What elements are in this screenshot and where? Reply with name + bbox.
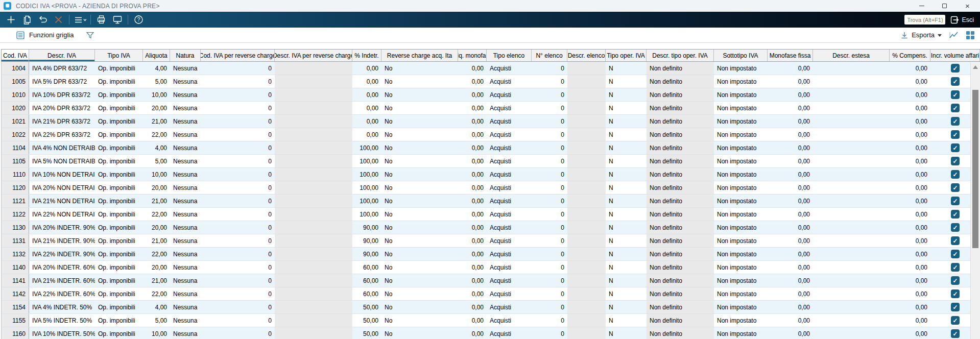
cell-descr-tipo-oper-iva[interactable]: Non definito (647, 141, 714, 154)
cell-cod-iva-reverse-charge[interactable]: 0 (201, 248, 275, 260)
cell-descr-iva-reverse-charge[interactable] (275, 327, 352, 339)
cell-perc-indetr[interactable]: 90,00 (352, 248, 381, 260)
incr-volume-affari-checkbox[interactable]: ✓ (951, 104, 960, 112)
cell-descr-iva[interactable]: IVA 22% DPR 633/72 (29, 128, 95, 141)
cell-aliquota[interactable]: 21,00 (143, 115, 170, 128)
cell-descr-tipo-oper-iva[interactable]: Non definito (647, 208, 714, 221)
cell-monofase-fissa[interactable]: 0,00 (768, 128, 813, 141)
cell-aliquota[interactable]: 5,00 (143, 155, 170, 167)
cell-tipo-elenco[interactable]: Acquisti (487, 234, 532, 247)
cell-tipo-iva[interactable]: Op. imponibili (95, 327, 143, 339)
maximize-button[interactable] (933, 0, 956, 12)
cell-tipo-iva[interactable]: Op. imponibili (95, 155, 143, 167)
filter-button[interactable] (86, 31, 94, 39)
cell-perc-compens[interactable]: 0,00 (890, 155, 930, 167)
cell-tipo-oper-iva[interactable]: N (606, 155, 647, 167)
cell-tipo-elenco[interactable]: Acquisti (487, 141, 532, 154)
column-header-perc-compens[interactable]: % Compens. (890, 50, 930, 61)
cell-sottotipo-iva[interactable]: Non impostato (714, 62, 768, 75)
cell-descr-iva-reverse-charge[interactable] (275, 88, 352, 101)
cell-descr-estesa[interactable] (813, 155, 890, 167)
cell-cod-iva[interactable]: 1154 (2, 301, 29, 313)
cell-perc-compens[interactable]: 0,00 (890, 287, 930, 300)
cell-sottotipo-iva[interactable]: Non impostato (714, 221, 768, 234)
cell-descr-tipo-oper-iva[interactable]: Non definito (647, 168, 714, 181)
scrollbar-thumb[interactable] (972, 90, 978, 248)
cell-aliq-monofase[interactable]: 0,00 (458, 181, 487, 194)
cell-aliq-monofase[interactable]: 0,00 (458, 128, 487, 141)
close-button[interactable]: × (956, 0, 979, 12)
cell-tipo-oper-iva[interactable]: N (606, 88, 647, 101)
cell-descr-tipo-oper-iva[interactable]: Non definito (647, 327, 714, 339)
cell-aliquota[interactable]: 4,00 (143, 141, 170, 154)
cell-natura[interactable]: Nessuna (170, 287, 201, 300)
cell-aliq-monofase[interactable]: 0,00 (458, 141, 487, 154)
cell-descr-iva[interactable]: IVA 4% DPR 633/72 (29, 62, 95, 75)
cell-monofase-fissa[interactable]: 0,00 (768, 62, 813, 75)
cell-descr-iva-reverse-charge[interactable] (275, 195, 352, 207)
cell-reverse-charge-acq-ita[interactable]: No (381, 115, 458, 128)
cell-descr-estesa[interactable] (813, 62, 890, 75)
cell-descr-elenco[interactable] (567, 287, 606, 300)
cell-tipo-oper-iva[interactable]: N (606, 62, 647, 75)
cell-aliquota[interactable]: 21,00 (143, 274, 170, 287)
cell-tipo-elenco[interactable]: Acquisti (487, 301, 532, 313)
cell-descr-iva[interactable]: IVA 5% NON DETRAIB. (29, 155, 95, 167)
incr-volume-affari-checkbox[interactable]: ✓ (951, 223, 960, 232)
cell-descr-tipo-oper-iva[interactable]: Non definito (647, 261, 714, 274)
cell-descr-estesa[interactable] (813, 287, 890, 300)
cell-monofase-fissa[interactable]: 0,00 (768, 234, 813, 247)
cell-cod-iva[interactable]: 1104 (2, 141, 29, 154)
cell-monofase-fissa[interactable]: 0,00 (768, 141, 813, 154)
cell-descr-iva-reverse-charge[interactable] (275, 248, 352, 260)
cell-monofase-fissa[interactable]: 0,00 (768, 301, 813, 313)
cancel-button[interactable] (51, 13, 66, 27)
cell-reverse-charge-acq-ita[interactable]: No (381, 301, 458, 313)
cell-sottotipo-iva[interactable]: Non impostato (714, 181, 768, 194)
incr-volume-affari-checkbox[interactable]: ✓ (951, 263, 960, 272)
cell-tipo-elenco[interactable]: Acquisti (487, 168, 532, 181)
cell-descr-tipo-oper-iva[interactable]: Non definito (647, 62, 714, 75)
cell-perc-indetr[interactable]: 0,00 (352, 75, 381, 88)
cell-n-elenco[interactable]: 0 (532, 221, 567, 234)
cell-aliquota[interactable]: 21,00 (143, 234, 170, 247)
cell-descr-tipo-oper-iva[interactable]: Non definito (647, 115, 714, 128)
cell-cod-iva-reverse-charge[interactable]: 0 (201, 195, 275, 207)
cell-descr-estesa[interactable] (813, 234, 890, 247)
cell-descr-elenco[interactable] (567, 221, 606, 234)
cell-descr-elenco[interactable] (567, 314, 606, 327)
column-header-reverse-charge-acq-ita[interactable]: Reverse charge acq. Ita (381, 50, 458, 61)
cell-descr-iva[interactable]: IVA 21% DPR 633/72 (29, 115, 95, 128)
cell-tipo-iva[interactable]: Op. imponibili (95, 195, 143, 207)
cell-sottotipo-iva[interactable]: Non impostato (714, 102, 768, 114)
cell-n-elenco[interactable]: 0 (532, 75, 567, 88)
cell-reverse-charge-acq-ita[interactable]: No (381, 287, 458, 300)
cell-natura[interactable]: Nessuna (170, 141, 201, 154)
column-header-descr-estesa[interactable]: Descr. estesa (813, 50, 890, 61)
cell-descr-iva[interactable]: IVA 4% NON DETRAIB. (29, 141, 95, 154)
cell-perc-compens[interactable]: 0,00 (890, 102, 930, 114)
cell-tipo-oper-iva[interactable]: N (606, 234, 647, 247)
cell-descr-elenco[interactable] (567, 115, 606, 128)
cell-sottotipo-iva[interactable]: Non impostato (714, 287, 768, 300)
cell-tipo-elenco[interactable]: Acquisti (487, 155, 532, 167)
cell-cod-iva-reverse-charge[interactable]: 0 (201, 102, 275, 114)
cell-descr-iva-reverse-charge[interactable] (275, 115, 352, 128)
column-header-incr-volume-affari[interactable]: Incr. volume affari (930, 50, 980, 61)
cell-aliq-monofase[interactable]: 0,00 (458, 168, 487, 181)
cell-aliquota[interactable]: 10,00 (143, 88, 170, 101)
cell-tipo-oper-iva[interactable]: N (606, 274, 647, 287)
cell-descr-iva[interactable]: IVA 20% INDETR. 90% (29, 221, 95, 234)
cell-natura[interactable]: Nessuna (170, 102, 201, 114)
cell-n-elenco[interactable]: 0 (532, 62, 567, 75)
cell-perc-indetr[interactable]: 0,00 (352, 102, 381, 114)
cell-cod-iva[interactable]: 1120 (2, 181, 29, 194)
cell-n-elenco[interactable]: 0 (532, 102, 567, 114)
cell-aliq-monofase[interactable]: 0,00 (458, 261, 487, 274)
column-header-tipo-elenco[interactable]: Tipo elenco (487, 50, 532, 61)
incr-volume-affari-checkbox[interactable]: ✓ (951, 143, 960, 152)
cell-perc-indetr[interactable]: 50,00 (352, 314, 381, 327)
cell-cod-iva-reverse-charge[interactable]: 0 (201, 274, 275, 287)
cell-natura[interactable]: Nessuna (170, 327, 201, 339)
cell-descr-iva[interactable]: IVA 10% DPR 633/72 (29, 88, 95, 101)
